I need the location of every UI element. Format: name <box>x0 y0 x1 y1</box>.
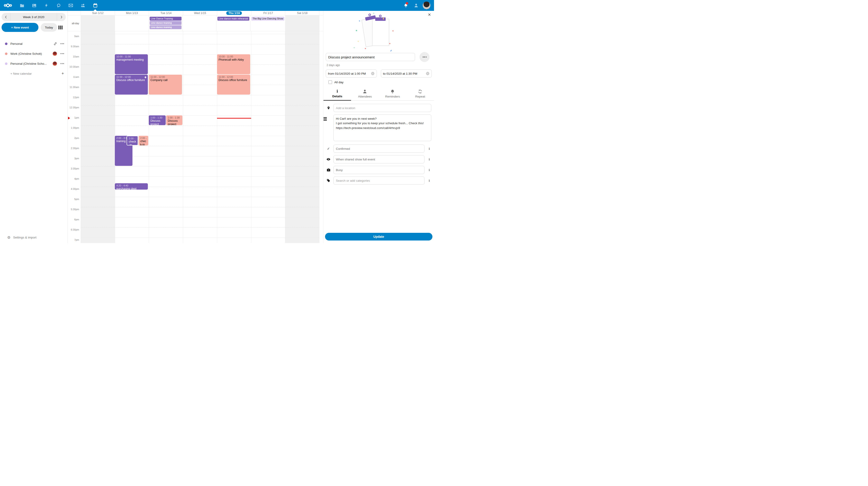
calendar-event[interactable]: 10:00 - 11:00management meeting <box>115 54 148 74</box>
all-day-cell[interactable] <box>285 16 319 31</box>
all-day-checkbox[interactable]: All day <box>326 80 434 84</box>
tab-repeat[interactable]: Repeat <box>406 88 434 101</box>
visibility-info-icon[interactable]: i <box>425 158 434 161</box>
update-button[interactable]: Update <box>325 233 432 240</box>
new-event-button[interactable]: + New event <box>2 23 38 32</box>
categories-input[interactable] <box>333 176 425 184</box>
busy-info-icon[interactable]: i <box>425 168 434 172</box>
new-calendar-button[interactable]: + New calendar + <box>0 68 68 79</box>
calendar-event[interactable]: 2:00 - 2:30check-in <box>127 136 138 145</box>
calendar-list-item[interactable]: Personal <box>0 39 68 49</box>
categories-info-icon[interactable]: i <box>425 179 434 182</box>
settings-import-button[interactable]: ⚙ Settings & import <box>0 233 68 243</box>
time-label: 11:30am <box>68 86 79 88</box>
time-label: 7pm <box>68 238 79 241</box>
calendar-menu-icon[interactable] <box>60 42 65 45</box>
app-talk-icon[interactable] <box>53 0 65 11</box>
visibility-select[interactable]: When shared show full event <box>333 155 425 163</box>
checkbox-box[interactable] <box>329 80 332 84</box>
day-header[interactable]: Sun 1/12 <box>81 11 115 15</box>
event-start-input[interactable]: from 01/14/2020 at 1:00 PM <box>326 69 377 78</box>
gear-icon: ⚙ <box>7 235 10 239</box>
calendar-list-item[interactable]: Personal (Christine Scho... <box>0 59 68 68</box>
close-icon[interactable]: × <box>428 12 431 17</box>
start-value: from 01/14/2020 at 1:00 PM <box>328 72 366 75</box>
calendar-event[interactable]: 10:00 - 11:00Phonecall with Abby <box>217 54 250 74</box>
current-time-arrow <box>68 117 70 119</box>
all-day-event[interactable]: Line dance training <box>150 21 182 25</box>
calendar-event[interactable]: 1:00 - 1:30Discuss project announcement <box>149 115 166 125</box>
visibility-eye-icon <box>323 157 333 161</box>
view-columns-icon[interactable] <box>57 25 64 30</box>
app-calendar-icon[interactable] <box>89 0 101 11</box>
event-time: 2:00 - 2:30 <box>129 137 136 140</box>
tab-details[interactable]: iDetails <box>323 88 351 101</box>
all-day-event[interactable]: Line dance main rehearsal <box>217 17 249 21</box>
calendar-event[interactable]: 4:20 - 4:40purchasing dept <box>115 183 148 190</box>
owner-avatar <box>53 61 57 66</box>
app-nav <box>16 0 101 11</box>
share-link-icon[interactable] <box>54 42 57 46</box>
status-select[interactable]: Confirmed <box>333 145 425 153</box>
app-mail-icon[interactable] <box>65 0 77 11</box>
status-info-icon[interactable]: i <box>425 147 434 150</box>
event-title: Phonecall with Abby <box>219 58 249 61</box>
day-header[interactable]: Fri 1/17 <box>251 11 285 15</box>
day-header[interactable]: Thu 1/16 <box>217 11 251 15</box>
app-contacts-icon[interactable] <box>77 0 89 11</box>
nextcloud-logo-icon[interactable] <box>0 3 16 7</box>
all-day-cell[interactable]: The Big Line Dancing Show <box>250 16 285 31</box>
tab-reminders[interactable]: Reminders <box>379 88 406 101</box>
timezone-globe-icon[interactable] <box>371 72 375 75</box>
day-header[interactable]: Mon 1/13 <box>115 11 149 15</box>
all-day-cell[interactable]: Line dance main rehearsal <box>216 16 250 31</box>
day-column[interactable] <box>183 31 217 243</box>
calendar-event[interactable]: 11:00 - 12:00Discuss office furniture <box>115 75 148 94</box>
location-input[interactable] <box>333 104 431 112</box>
all-day-event[interactable]: The Big Line Dancing Show <box>251 17 284 21</box>
day-column[interactable] <box>81 31 115 243</box>
previous-week-button[interactable] <box>2 13 11 21</box>
event-time: 11:00 - 12:00 <box>219 75 249 79</box>
tab-label: Reminders <box>379 95 406 98</box>
all-day-event[interactable]: Line Dance Training <box>150 17 182 21</box>
calendar-event[interactable]: 11:00 - 12:00Company call <box>149 75 182 94</box>
calendar-event[interactable]: 2:00 - 2:30check-in <box>138 136 148 145</box>
event-actions-menu-icon[interactable] <box>420 52 430 62</box>
app-photos-icon[interactable] <box>28 0 40 11</box>
contacts-menu-icon[interactable] <box>411 0 421 11</box>
day-column[interactable] <box>285 31 319 243</box>
calendar-event[interactable]: 1:00 - 1:30Discuss project <box>166 115 182 125</box>
tab-attendees[interactable]: Attendees <box>351 88 379 101</box>
event-title-input[interactable] <box>326 53 415 61</box>
time-label: 12pm <box>68 96 79 98</box>
calendar-grid[interactable]: 9am9:30am10am10:30am11am11:30am12pm12:30… <box>68 31 323 243</box>
event-end-input[interactable]: to 01/14/2020 at 1:30 PM <box>381 69 432 78</box>
all-day-cell[interactable] <box>115 16 149 31</box>
day-column[interactable] <box>149 31 183 243</box>
user-avatar[interactable] <box>421 0 432 11</box>
next-week-button[interactable] <box>57 13 66 21</box>
busy-select[interactable]: Busy <box>333 166 425 174</box>
day-header[interactable]: Wed 1/15 <box>183 11 217 15</box>
time-label: 4:30pm <box>68 188 79 190</box>
calendar-list-item[interactable]: Work (Christine Schott) <box>0 49 68 59</box>
all-day-cell[interactable]: Line Dance TrainingLine dance trainingLi… <box>149 16 182 31</box>
calendar-event[interactable]: 11:00 - 12:00Discuss office furniture <box>217 75 250 94</box>
app-files-icon[interactable] <box>16 0 28 11</box>
calendar-menu-icon[interactable] <box>60 62 65 65</box>
today-button[interactable]: Today <box>41 23 57 32</box>
description-textarea[interactable]: Hi Carl! are you in next week? I got som… <box>333 114 431 141</box>
time-label: 9am <box>68 35 79 37</box>
all-day-cell[interactable] <box>182 16 216 31</box>
app-activity-icon[interactable] <box>40 0 53 11</box>
time-label: 2:30pm <box>68 147 79 149</box>
day-header[interactable]: Sat 1/18 <box>285 11 319 15</box>
all-day-event[interactable]: Line dance training <box>150 25 182 29</box>
notifications-bell-icon[interactable] <box>401 0 411 11</box>
timezone-globe-icon[interactable] <box>426 72 430 75</box>
calendar-menu-icon[interactable] <box>60 52 65 55</box>
day-header[interactable]: Tue 1/14 <box>149 11 183 15</box>
day-column[interactable] <box>251 31 285 243</box>
all-day-cell[interactable] <box>81 16 115 31</box>
